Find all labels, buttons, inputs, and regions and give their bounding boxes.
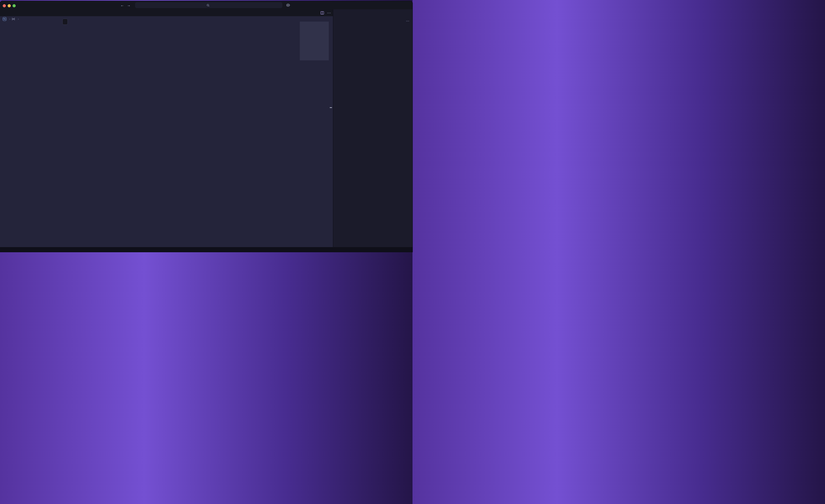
explorer-more-icon[interactable]: ⋯	[406, 19, 410, 23]
overview-ruler	[329, 22, 333, 247]
zoom-window-button[interactable]	[12, 4, 16, 7]
minimize-window-button[interactable]	[8, 4, 11, 7]
file-tree	[333, 25, 412, 247]
breadcrumb[interactable]: TS › ›	[0, 16, 333, 22]
search-icon	[207, 4, 210, 7]
explorer-sidebar: ⋯	[333, 9, 412, 247]
code-editor[interactable]	[0, 22, 333, 247]
activity-bar	[333, 9, 412, 16]
copilot-menu-icon[interactable]	[286, 3, 291, 7]
symbol-object-icon	[12, 17, 15, 21]
command-center-search[interactable]	[135, 2, 282, 8]
chevron-right-icon: ›	[9, 17, 10, 20]
vscode-window: ← → ⋯ TS › ›	[0, 1, 412, 252]
editor-group: ⋯ TS › ›	[0, 9, 333, 247]
title-bar: ← →	[0, 1, 412, 9]
minimap[interactable]	[300, 22, 329, 247]
split-editor-icon[interactable]	[320, 11, 324, 15]
path-tooltip	[62, 19, 68, 25]
forward-button[interactable]: →	[126, 3, 131, 7]
close-window-button[interactable]	[3, 4, 6, 7]
ts-file-icon: TS	[2, 17, 6, 21]
tab-bar	[0, 9, 333, 16]
status-bar	[0, 247, 412, 252]
back-button[interactable]: ←	[120, 3, 125, 7]
chevron-right-icon: ›	[18, 17, 19, 20]
minimap-viewport[interactable]	[300, 22, 329, 60]
editor-actions-more-icon[interactable]: ⋯	[327, 11, 331, 15]
